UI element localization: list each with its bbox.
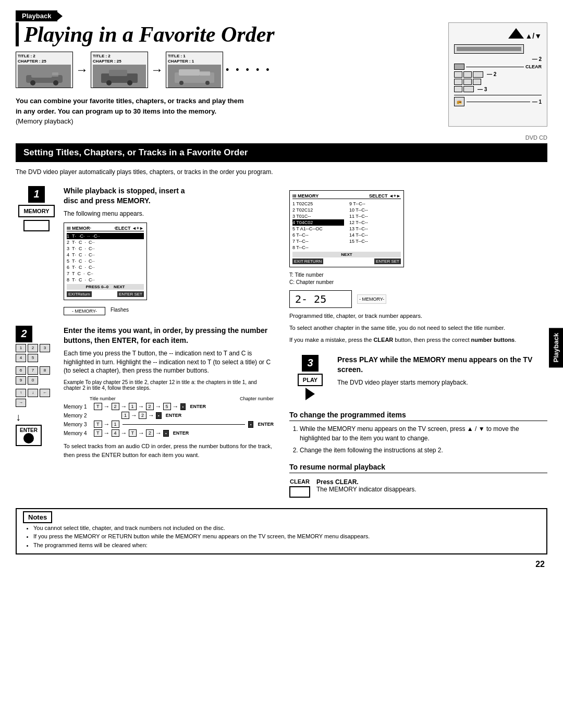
title-frame-3: TITLE : 1CHAPTER : 1 — [166, 52, 223, 88]
svg-point-11 — [179, 81, 183, 85]
note-item: You cannot select title, chapter, and tr… — [33, 524, 540, 533]
svg-point-12 — [205, 81, 210, 85]
title-frame-2: TITLE : 2CHAPTER : 25 — [91, 52, 148, 88]
section-header: Setting Titles, Chapters, or Tracks in a… — [16, 143, 547, 162]
desc-text-3: (Memory playback) — [16, 116, 438, 127]
num-btn[interactable]: 7 — [28, 366, 38, 375]
memory-box — [23, 220, 50, 231]
memory-disappears: The MEMORY indicator disappears. — [316, 486, 417, 493]
step-2-heading: Enter the items you want, in order, by p… — [64, 326, 274, 346]
step-1-subtext: The following menu appears. — [64, 209, 274, 218]
btn-enter1[interactable]: • — [180, 403, 186, 410]
btn-2[interactable]: 2 — [112, 403, 119, 410]
svg-rect-13 — [200, 71, 210, 76]
remote-diagram: ▲/▼ — 2 CLEAR — 2 — 3 📻 — [448, 22, 547, 127]
svg-point-7 — [106, 80, 112, 85]
num-btn[interactable]: 0 — [28, 376, 38, 385]
desc-text-1: You can combine your favorite titles, ch… — [16, 96, 438, 106]
svg-rect-10 — [179, 69, 200, 76]
btn-enter3[interactable]: • — [248, 421, 254, 428]
desc-text-2: in any order. You can program up to 30 i… — [16, 106, 438, 117]
num-btn[interactable]: 2 — [28, 344, 38, 352]
btn-Tm3[interactable]: T — [94, 421, 102, 428]
change-items-section: To change the programmed items While the… — [289, 411, 547, 455]
step-1-heading: While playback is stopped, insert a disc… — [64, 186, 274, 206]
note-item: The programmed items will be cleared whe… — [33, 541, 540, 550]
svg-rect-4 — [52, 72, 58, 77]
display-number: 2- 25 — [289, 290, 352, 308]
btn-2b[interactable]: 2 — [146, 403, 154, 410]
clear-box[interactable] — [289, 486, 310, 498]
num-btn[interactable]: 4 — [16, 354, 26, 362]
btn-1[interactable]: 1 — [129, 403, 137, 410]
svg-rect-6 — [109, 70, 127, 76]
step-2-body: Each time you press the T button, the --… — [64, 349, 274, 375]
note-item: If you press the MEMORY or RETURN button… — [33, 532, 540, 541]
notes-section: Notes You cannot select title, chapter, … — [16, 508, 547, 555]
btn-enter4[interactable]: • — [163, 430, 169, 437]
btn-T[interactable]: T — [94, 403, 102, 410]
btn-4m4[interactable]: 4 — [112, 429, 119, 437]
enter-button[interactable]: ENTER — [16, 425, 42, 446]
play-triangle-icon — [305, 388, 315, 400]
step-1-number: 1 — [28, 186, 45, 203]
step-3-heading: Press PLAY while the MEMORY menu appears… — [337, 355, 547, 375]
arrow-2: → — [151, 63, 163, 77]
change-step-2: Change the item following the instructio… — [300, 446, 547, 455]
step-2-number: 2 — [16, 326, 32, 342]
num-btn[interactable]: 5 — [28, 354, 38, 362]
title-frame-1: TITLE : 2CHAPTER : 25 — [16, 52, 73, 88]
btn-2m2[interactable]: 2 — [139, 412, 146, 419]
appears-text: Programmed title, chapter, or track numb… — [289, 312, 547, 320]
step-3-body: The DVD video player starts memory playb… — [337, 378, 547, 387]
step1-menu-display: III MEMOR· ·ELECT ◄+► 1T··C····C·· 2T·C·… — [64, 223, 147, 300]
menu-row: 3T·C·C·· — [67, 245, 144, 252]
menu-row: 5T·C·C·· — [67, 258, 144, 264]
page-number: 22 — [16, 560, 547, 569]
audio-note: To select tracks from an audio CD in ord… — [64, 442, 274, 459]
main-title: Playing in a Favorite Order — [16, 22, 438, 46]
btn-enter2[interactable]: • — [156, 412, 162, 419]
step-1-block: 1 MEMORY While playback is stopped, inse… — [16, 186, 274, 315]
play-button[interactable]: PLAY — [298, 374, 323, 386]
btn-1m2[interactable]: 1 — [121, 412, 129, 419]
num-btn[interactable]: 6 — [16, 366, 26, 375]
menu-row: 4T·C·C·· — [67, 252, 144, 258]
menu-row: 2T·C·C·· — [67, 239, 144, 245]
btn-5[interactable]: 5 — [163, 403, 171, 410]
press-clear: Press CLEAR. — [316, 478, 417, 486]
btn-1m3[interactable]: 1 — [112, 421, 119, 428]
dvd-cd-label: DVD CD — [16, 134, 547, 141]
title-note: T: Title number — [289, 272, 324, 278]
num-btn[interactable]: 9 — [16, 376, 26, 385]
btn-2m4[interactable]: 2 — [146, 429, 154, 437]
num-btn[interactable]: ↓ — [28, 389, 38, 397]
num-btn[interactable]: 8 — [40, 366, 50, 375]
memory-indicator: - MEMORY- — [64, 307, 105, 315]
btn-Tm4b[interactable]: T — [129, 429, 137, 437]
num-btn[interactable]: → — [16, 399, 26, 407]
menu-row: 6T·C·C·· — [67, 264, 144, 270]
enter-circle — [23, 433, 34, 443]
svg-point-3 — [53, 80, 58, 85]
step2-example-title: Example To play chapter 25 in title 2, c… — [64, 379, 274, 391]
num-btn[interactable]: ↑ — [16, 389, 26, 397]
playback-side-tab: Playback — [549, 328, 563, 367]
clear-label: CLEAR — [290, 478, 310, 485]
change-step-1: While the MEMORY menu appears on the TV … — [300, 424, 547, 443]
playback-tab: Playback — [16, 10, 57, 21]
resume-section: To resume normal playback CLEAR Press CL… — [289, 463, 547, 498]
flashes-label: Flashes — [111, 307, 129, 313]
step-3-number: 3 — [302, 355, 319, 372]
mistake-note: If you make a mistake, press the CLEAR b… — [289, 336, 547, 344]
dots: • • • • • — [226, 65, 272, 76]
menu-footer: EXITReturn ENTER SET — [67, 291, 144, 297]
subtitle-text: The DVD video player automatically plays… — [16, 168, 547, 176]
svg-rect-1 — [31, 71, 52, 78]
num-btn[interactable]: ← — [40, 389, 50, 397]
btn-Tm4[interactable]: T — [94, 429, 102, 437]
step-2-block: 2 1 2 3 4 5 6 7 — [16, 326, 274, 460]
num-btn[interactable]: 3 — [40, 344, 50, 352]
resume-title: To resume normal playback — [289, 463, 547, 473]
num-btn[interactable]: 1 — [16, 344, 26, 352]
